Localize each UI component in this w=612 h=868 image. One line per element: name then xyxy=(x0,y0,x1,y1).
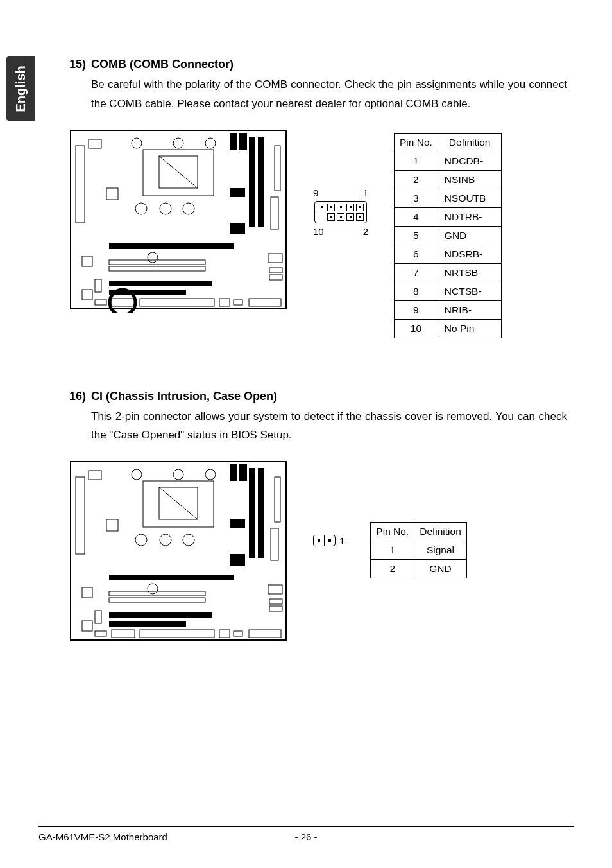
svg-point-3 xyxy=(173,138,183,148)
svg-rect-66 xyxy=(82,587,92,598)
svg-point-44 xyxy=(205,469,216,480)
section-16-desc: This 2-pin connector allows your system … xyxy=(91,407,567,446)
svg-rect-10 xyxy=(249,137,255,227)
svg-rect-73 xyxy=(234,631,242,636)
svg-rect-74 xyxy=(249,630,281,638)
table-row: 2GND xyxy=(371,560,466,578)
svg-rect-50 xyxy=(249,468,255,558)
language-label: English xyxy=(13,65,28,112)
svg-rect-16 xyxy=(76,146,85,223)
table-row: 9NRIB- xyxy=(395,300,502,319)
comb-pin-table: Pin No. Definition 1NDCDB- 2NSINB 3NSOUT… xyxy=(394,133,502,338)
svg-rect-67 xyxy=(82,621,92,631)
table-row: 4NDTRB- xyxy=(395,207,502,226)
svg-rect-47 xyxy=(143,481,214,527)
svg-rect-33 xyxy=(234,300,242,305)
table-row: 3NSOUTB xyxy=(395,189,502,207)
pin-bot-labels: 10 2 xyxy=(313,226,368,237)
svg-rect-51 xyxy=(258,468,264,558)
svg-rect-12 xyxy=(275,146,280,191)
th-def: Definition xyxy=(414,523,467,541)
svg-rect-22 xyxy=(109,260,205,265)
table-row: 10No Pin xyxy=(395,319,502,338)
svg-rect-7 xyxy=(143,150,214,196)
svg-point-2 xyxy=(132,138,142,148)
svg-rect-63 xyxy=(109,598,205,602)
section-15-desc: Be careful with the polarity of the COMB… xyxy=(91,75,567,114)
comb-pin-diagram: 9 1 10 xyxy=(313,187,368,237)
footer-page: - 26 - xyxy=(294,831,317,842)
pin-top-labels: 9 1 xyxy=(313,187,368,198)
table-row: Pin No. Definition xyxy=(395,133,502,152)
pin-label-10: 10 xyxy=(313,226,324,237)
section-16-number: 16) xyxy=(69,390,91,403)
svg-rect-1 xyxy=(89,139,101,148)
svg-point-18 xyxy=(135,203,147,214)
pin-box xyxy=(314,201,367,223)
svg-rect-21 xyxy=(109,243,234,249)
page-footer: GA-M61VME-S2 Motherboard - 26 - xyxy=(38,826,574,842)
table-row: 1Signal xyxy=(371,541,466,560)
svg-point-42 xyxy=(132,469,142,480)
svg-rect-64 xyxy=(109,612,212,618)
svg-rect-69 xyxy=(95,631,106,636)
svg-rect-55 xyxy=(230,554,245,566)
ci-pin-2 xyxy=(313,535,324,546)
pin-label-2: 2 xyxy=(363,226,368,237)
svg-point-59 xyxy=(160,534,171,546)
svg-rect-35 xyxy=(268,254,282,263)
pin-label-1: 1 xyxy=(363,187,368,198)
svg-rect-75 xyxy=(268,585,282,594)
th-def: Definition xyxy=(438,133,502,152)
svg-rect-24 xyxy=(109,281,212,286)
svg-rect-45 xyxy=(230,464,237,481)
svg-rect-30 xyxy=(112,299,135,306)
table-row: 2NSINB xyxy=(395,170,502,189)
svg-rect-65 xyxy=(109,621,186,627)
table-row: Pin No. Definition xyxy=(371,523,466,541)
svg-point-20 xyxy=(183,203,194,214)
svg-point-43 xyxy=(173,469,183,480)
ci-pin-1-label: 1 xyxy=(339,535,344,546)
svg-rect-56 xyxy=(76,477,85,554)
svg-rect-6 xyxy=(239,133,247,150)
svg-rect-29 xyxy=(95,300,106,305)
section-16-heading: CI (Chassis Intrusion, Case Open) xyxy=(91,390,277,403)
ci-pin-table: Pin No. Definition 1Signal 2GND xyxy=(370,522,466,578)
svg-rect-46 xyxy=(239,464,247,481)
svg-point-58 xyxy=(135,534,147,546)
th-pin: Pin No. xyxy=(371,523,414,541)
svg-rect-17 xyxy=(106,188,118,200)
svg-rect-5 xyxy=(230,133,237,150)
table-row: 5GND xyxy=(395,226,502,245)
table-row: 8NCTSB- xyxy=(395,282,502,300)
motherboard-diagram-15 xyxy=(69,126,287,313)
svg-rect-52 xyxy=(275,477,280,522)
svg-rect-27 xyxy=(82,290,92,300)
svg-point-19 xyxy=(160,203,171,214)
section-16-title: 16)CI (Chassis Intrusion, Case Open) xyxy=(69,390,574,403)
svg-rect-13 xyxy=(271,197,278,229)
svg-rect-71 xyxy=(140,630,214,638)
svg-rect-36 xyxy=(269,268,282,273)
svg-rect-68 xyxy=(95,611,101,623)
motherboard-diagram-16 xyxy=(69,458,287,644)
section-15-title: 15)COMB (COMB Connector) xyxy=(69,58,574,71)
ci-pin-diagram: 1 xyxy=(313,535,344,546)
svg-rect-11 xyxy=(258,137,264,227)
svg-rect-76 xyxy=(269,599,282,604)
th-pin: Pin No. xyxy=(395,133,438,152)
svg-rect-61 xyxy=(109,575,234,580)
svg-rect-32 xyxy=(219,299,230,306)
svg-rect-15 xyxy=(230,223,245,234)
svg-rect-54 xyxy=(230,519,245,528)
section-15-number: 15) xyxy=(69,58,91,71)
svg-rect-37 xyxy=(269,275,282,280)
svg-rect-70 xyxy=(112,630,135,638)
pin-label-9: 9 xyxy=(313,187,318,198)
svg-rect-77 xyxy=(269,606,282,611)
section-15-heading: COMB (COMB Connector) xyxy=(91,58,234,71)
svg-rect-28 xyxy=(95,279,101,292)
section-16-content: 1 Pin No. Definition 1Signal 2GND xyxy=(69,458,574,644)
table-row: 1NDCDB- xyxy=(395,152,502,170)
